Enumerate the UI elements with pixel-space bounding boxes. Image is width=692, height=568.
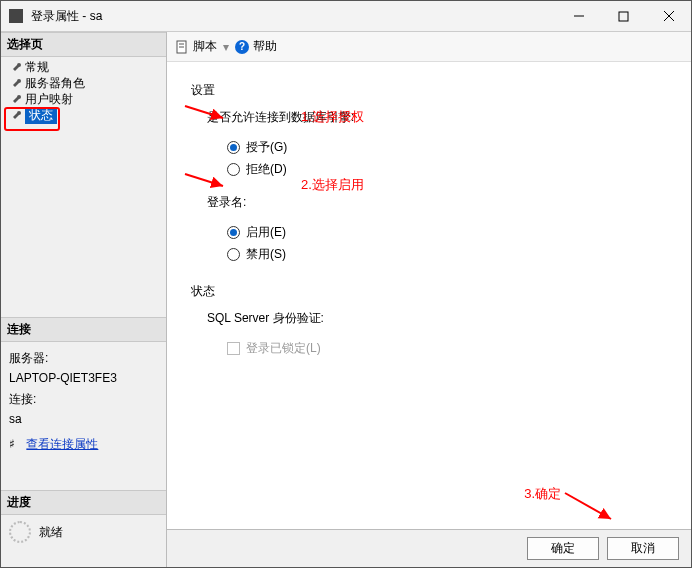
nav-item-status[interactable]: 状态 [5,107,166,123]
radio-grant-label: 授予(G) [246,139,287,156]
toolbar: 脚本 ▾ ? 帮助 [167,32,691,62]
app-icon [9,9,23,23]
progress-status: 就绪 [39,524,63,541]
settings-heading: 设置 [191,82,667,99]
view-connection-properties-link[interactable]: 查看连接属性 [26,437,98,451]
close-button[interactable] [646,1,691,31]
wrench-icon [9,109,21,121]
annotation-text-3: 3.确定 [524,485,561,503]
connection-info: 服务器: LAPTOP-QIET3FE3 连接: sa ♯ 查看连接属性 [1,342,166,460]
help-icon[interactable]: ? [235,40,249,54]
cancel-button[interactable]: 取消 [607,537,679,560]
checkbox-locked-label: 登录已锁定(L) [246,340,321,357]
window-buttons [556,1,691,31]
window-title: 登录属性 - sa [31,8,102,25]
left-panel: 选择页 常规 服务器角色 用户映射 状态 [1,32,167,567]
select-pages-header: 选择页 [1,32,166,57]
content-area: 设置 是否允许连接到数据库引擎: 授予(G) 拒绝(D) 登录名: [167,62,691,529]
svg-line-8 [185,174,223,186]
progress-header: 进度 [1,490,166,515]
nav-item-general[interactable]: 常规 [5,59,166,75]
progress-body: 就绪 [1,515,166,549]
script-icon [175,40,189,54]
svg-rect-1 [619,12,628,21]
sql-auth-label: SQL Server 身份验证: [207,310,667,327]
dialog-body: 选择页 常规 服务器角色 用户映射 状态 [1,31,691,567]
checkbox-locked [227,342,240,355]
connection-header: 连接 [1,317,166,342]
nav-item-user-mapping[interactable]: 用户映射 [5,91,166,107]
properties-icon: ♯ [9,434,23,454]
svg-line-9 [565,493,611,519]
footer: 确定 取消 [167,529,691,567]
server-label: 服务器: [9,348,158,368]
wrench-icon [9,61,21,73]
annotation-arrow-2 [183,170,231,194]
ok-button-label: 确定 [551,540,575,557]
ok-button[interactable]: 确定 [527,537,599,560]
nav-label: 常规 [25,59,49,76]
radio-grant[interactable] [227,141,240,154]
titlebar: 登录属性 - sa [1,1,691,31]
connection-label: 连接: [9,389,158,409]
nav-label: 状态 [25,107,57,124]
status-heading: 状态 [191,283,667,300]
nav-label: 用户映射 [25,91,73,108]
maximize-button[interactable] [601,1,646,31]
script-button[interactable]: 脚本 [193,38,217,55]
permission-question: 是否允许连接到数据库引擎: [207,109,667,126]
right-panel: 脚本 ▾ ? 帮助 设置 是否允许连接到数据库引擎: 授予(G) 拒绝(D) [167,32,691,567]
progress-spinner-icon [9,521,31,543]
login-heading: 登录名: [207,194,667,211]
radio-disable[interactable] [227,248,240,261]
page-nav: 常规 服务器角色 用户映射 状态 [1,57,166,123]
annotation-arrow-3 [561,489,621,525]
connection-value: sa [9,409,158,429]
nav-label: 服务器角色 [25,75,85,92]
cancel-button-label: 取消 [631,540,655,557]
dropdown-arrow-icon[interactable]: ▾ [223,40,229,54]
radio-deny-label: 拒绝(D) [246,161,287,178]
radio-enable[interactable] [227,226,240,239]
radio-deny[interactable] [227,163,240,176]
server-value: LAPTOP-QIET3FE3 [9,368,158,388]
minimize-button[interactable] [556,1,601,31]
dialog-window: 登录属性 - sa 选择页 常规 服务器角 [0,0,692,568]
radio-disable-label: 禁用(S) [246,246,286,263]
wrench-icon [9,93,21,105]
radio-enable-label: 启用(E) [246,224,286,241]
help-button[interactable]: 帮助 [253,38,277,55]
wrench-icon [9,77,21,89]
nav-item-server-roles[interactable]: 服务器角色 [5,75,166,91]
